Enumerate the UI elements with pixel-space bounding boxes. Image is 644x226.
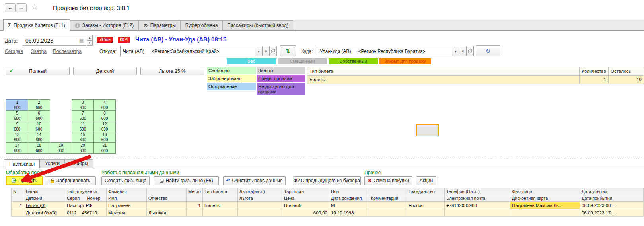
promotions-button[interactable]: Акции [416,176,436,185]
passenger-column-header[interactable]: N [12,188,24,195]
seat-15[interactable]: 15600 [72,132,94,143]
passenger-column-header[interactable]: Детский [24,195,65,202]
from-station-field[interactable]: Чита (АВ) <Регион:Забайкальский Край> [120,46,255,56]
fio-from-clipboard-button[interactable]: ФИО предыдущего из буфера [293,176,361,185]
passenger-column-header[interactable]: Пол [329,188,369,195]
passenger-cell[interactable]: 10.10.1998 [329,209,369,217]
passenger-cell[interactable]: 1 [187,202,203,209]
to-clear-button[interactable]: ✕ [459,46,467,56]
fare-child-button[interactable]: Детский [73,67,137,75]
passenger-cell[interactable]: Патрикеев [107,202,147,209]
passenger-cell[interactable]: Максим [107,209,147,217]
passenger-row[interactable]: Детский б/м(0)0112 456710МаксимЛьвович60… [12,209,644,217]
seat-21[interactable]: 21600 [93,142,116,154]
col-header-remaining[interactable]: Осталось [608,67,644,76]
passenger-cell[interactable] [444,209,510,217]
refresh-button[interactable]: ↻ [476,45,500,56]
create-person-button[interactable]: Создать физ. лицо [101,176,150,185]
cancel-purchase-button[interactable]: ✖ Отмена покупки [364,176,412,185]
fare-full-button[interactable]: ✔ Полный [6,67,70,75]
seat-20[interactable]: 20600 [72,142,94,154]
passenger-column-header[interactable]: Дисконтная карта [510,195,580,202]
col-header-ticket-type[interactable]: Тип билета [307,67,580,76]
seat-7[interactable]: 7600 [72,110,94,121]
fare-discount25-button[interactable]: Льгота 25 % [140,67,204,75]
passenger-cell[interactable] [187,209,203,217]
passenger-column-header[interactable]: Дата прибытия [580,195,643,202]
date-input[interactable]: 06.09.2023 ▦ [23,35,86,46]
ticket-type-row[interactable]: Билеты 1 19 [307,76,644,84]
tomorrow-link[interactable]: Завтра [31,49,47,54]
tab-passengers[interactable]: Пассажиры [4,159,40,168]
passenger-column-header[interactable]: Место [187,188,203,195]
passenger-column-header[interactable]: Тар. план [282,188,329,195]
seat-14[interactable]: 14600 [28,132,50,143]
seat-1[interactable]: 1600 [6,99,28,111]
passenger-cell[interactable]: М [329,202,369,209]
passenger-cell[interactable]: Детский б/м(0) [24,209,65,217]
passenger-column-header[interactable] [147,188,187,195]
from-open-button[interactable] [270,46,277,56]
sell-button[interactable]: Продать [6,176,43,185]
reserve-button[interactable]: Забронировать [45,176,96,185]
passenger-cell[interactable]: +79142033980 [444,202,510,209]
passenger-column-header[interactable]: Комментарий [369,195,407,202]
passenger-cell[interactable]: Паспорт РФ [65,202,107,209]
seat-6[interactable]: 6600 [28,110,50,121]
passenger-cell[interactable]: 06.09.2023 17:... [580,209,643,217]
clear-personal-data-button[interactable]: ↶ Очистить перс.данные [223,176,286,185]
passenger-cell[interactable]: 0112 456710 [65,209,107,217]
passenger-cell[interactable] [12,209,24,217]
passenger-column-header[interactable] [187,195,203,202]
seat-10[interactable]: 10600 [28,121,50,132]
tab-parameters[interactable]: ⚙ Параметры [138,20,181,30]
today-link[interactable]: Сегодня [5,49,23,54]
passenger-cell[interactable] [369,202,407,209]
passenger-cell[interactable]: 1 [12,202,24,209]
passenger-column-header[interactable] [407,195,444,202]
passenger-column-header[interactable]: Физ. лицо [510,188,580,195]
seat-12[interactable]: 12600 [93,121,116,132]
tab-services[interactable]: Услуги [40,159,65,168]
ticket-type-quantity[interactable]: 1 [580,76,609,84]
tab-ticket-sales[interactable]: Σ Продажа билетов (F11) [3,19,70,31]
ticket-type-name[interactable]: Билеты [307,76,580,84]
passenger-column-header[interactable]: Льгота [237,195,282,202]
passenger-cell[interactable] [369,209,407,217]
tab-tariffs[interactable]: Тарифы [65,159,93,168]
passenger-column-header[interactable] [12,195,24,202]
passenger-column-header[interactable]: Гражданство [407,188,444,195]
seat-8[interactable]: 8600 [93,110,116,121]
tab-passengers-quick-entry[interactable]: Пассажиры (быстрый ввод) [222,20,293,30]
seat-17[interactable]: 17600 [6,142,28,154]
seat-18[interactable]: 18600 [28,142,50,154]
passenger-cell[interactable] [237,202,282,209]
passenger-column-header[interactable]: Дата рождения [329,195,369,202]
passenger-column-header[interactable]: Электронная почта [444,195,510,202]
seat-2[interactable]: 2600 [28,99,50,111]
tab-orders-history[interactable]: i Заказы - История (F12) [70,20,138,30]
passenger-column-header[interactable]: Тип документа [65,188,107,195]
passenger-column-header[interactable]: Тип билета [202,188,237,195]
ticket-type-remaining[interactable]: 19 [608,76,644,84]
to-station-field[interactable]: Улан-Удэ (АВ) <Регион:Республика Бурятия… [317,46,452,56]
from-dropdown-button[interactable]: ▾ [255,46,263,56]
passenger-column-header[interactable] [202,195,237,202]
passenger-column-header[interactable]: Дата убытия [580,188,643,195]
passenger-cell[interactable] [202,209,237,217]
passenger-cell[interactable] [510,209,580,217]
passenger-cell[interactable]: Билеты [202,202,237,209]
find-person-button[interactable]: Найти физ. лицо (F6) [154,176,219,185]
passenger-column-header[interactable]: Льгота(авто) [237,188,282,195]
passenger-row[interactable]: 1Багаж (0)Паспорт РФПатрикеев1БилетыПолн… [12,202,644,209]
seat-4[interactable]: 4600 [93,99,116,111]
passenger-column-header[interactable]: Багаж [24,188,65,195]
col-header-quantity[interactable]: Количество [580,67,609,76]
back-button[interactable]: ← [5,3,16,12]
passenger-cell[interactable]: Львович [147,209,187,217]
passenger-cell[interactable] [147,202,187,209]
passenger-column-header[interactable]: Отчество [147,195,187,202]
passenger-cell[interactable]: Багаж (0) [24,202,65,209]
favorite-star-icon[interactable]: ☆ [31,2,38,12]
seat-13[interactable]: 13600 [6,132,28,143]
